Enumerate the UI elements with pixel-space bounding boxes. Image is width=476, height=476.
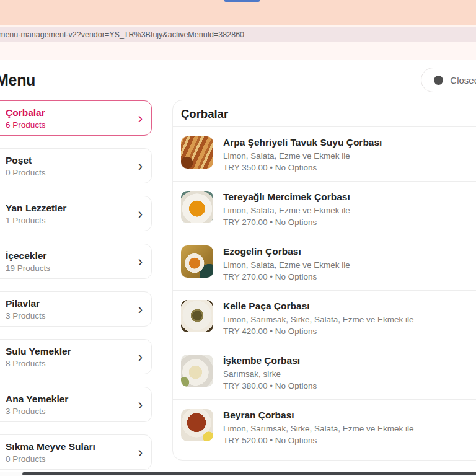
category-card-8[interactable]: Sıkma Meyve Suları 0 Products › (0, 434, 152, 470)
product-description: Limon, Sarımsak, Sirke, Salata, Ezme ve … (223, 424, 414, 433)
store-status-toggle[interactable]: Closed (421, 68, 476, 92)
chevron-right-icon: › (138, 158, 143, 173)
category-product-count: 8 Products (6, 359, 138, 368)
address-bar[interactable]: menu-management-v2?vendor=YS_TR%3Bfujy&a… (0, 27, 476, 42)
category-card-4[interactable]: İçecekler 19 Products › (0, 244, 152, 279)
category-card-5[interactable]: Pilavlar 3 Products › (0, 291, 152, 327)
product-price-line: TRY 350.00 • No Options (223, 163, 382, 172)
browser-top-bar: menu-management-v2?vendor=YS_TR%3Bfujy&a… (0, 0, 476, 60)
product-name: Kelle Paça Çorbası (223, 301, 414, 312)
category-name: Pilavlar (6, 298, 138, 309)
horizontal-scrollbar-track[interactable] (0, 472, 476, 476)
category-name: Yan Lezzetler (6, 202, 138, 214)
tereyagli-mercimek-corbasi-photo (181, 191, 213, 223)
product-row[interactable]: İşkembe Çorbası Sarımsak, sirke TRY 380.… (173, 345, 476, 400)
address-url-text: menu-management-v2?vendor=YS_TR%3Bfujy&a… (0, 30, 244, 39)
category-card-6[interactable]: Sulu Yemekler 8 Products › (0, 339, 152, 374)
chevron-right-icon: › (138, 444, 143, 459)
product-row[interactable]: Beyran Çorbası Limon, Sarımsak, Sirke, S… (173, 400, 476, 454)
category-name: Çorbalar (6, 107, 138, 118)
product-name: İşkembe Çorbası (223, 355, 317, 366)
category-name: Sulu Yemekler (6, 345, 138, 357)
product-description: Limon, Sarımsak, Sirke, Salata, Ezme ve … (223, 315, 414, 324)
product-name: Ezogelin Çorbası (223, 246, 350, 257)
category-product-count: 6 Products (6, 120, 138, 130)
category-card-2[interactable]: Poşet 0 Products › (0, 148, 152, 183)
product-list: Arpa Şehriyeli Tavuk Suyu Çorbası Limon,… (173, 127, 476, 454)
category-name: Poşet (6, 154, 138, 166)
status-label: Closed (450, 75, 476, 86)
app-header: Menu Closed (0, 60, 476, 100)
active-tab-indicator (224, 0, 260, 2)
main-content: Çorbalar 6 Products › Poşet 0 Products ›… (0, 100, 476, 476)
product-name: Arpa Şehriyeli Tavuk Suyu Çorbası (223, 137, 382, 148)
category-name: Ana Yemekler (6, 393, 138, 405)
product-description: Limon, Salata, Ezme ve Ekmek ile (223, 260, 350, 270)
product-row[interactable]: Ezogelin Çorbası Limon, Salata, Ezme ve … (173, 236, 476, 291)
category-product-count: 3 Products (6, 311, 138, 320)
category-product-count: 1 Products (6, 216, 138, 225)
bookmarks-strip (0, 42, 476, 60)
category-product-count: 3 Products (6, 407, 138, 416)
category-card-1[interactable]: Çorbalar 6 Products › (0, 100, 152, 136)
ezogelin-corbasi-photo (181, 245, 213, 278)
product-price-line: TRY 420.00 • No Options (223, 327, 414, 336)
category-product-count: 0 Products (6, 168, 138, 177)
status-dot-icon (434, 76, 443, 85)
category-product-count: 0 Products (6, 454, 138, 464)
product-description: Limon, Salata, Ezme ve Ekmek ile (223, 151, 382, 161)
beyran-corbasi-photo (181, 409, 213, 441)
product-price-line: TRY 520.00 • No Options (223, 436, 414, 445)
products-panel: Çorbalar Arpa Şehriyeli Tavuk Suyu Çorba… (172, 100, 476, 461)
kelle-paca-corbasi-photo (181, 300, 213, 332)
category-sidebar: Çorbalar 6 Products › Poşet 0 Products ›… (0, 100, 162, 476)
product-description: Sarımsak, sirke (223, 369, 317, 379)
iskembe-corbasi-photo (181, 355, 213, 387)
product-row[interactable]: Kelle Paça Çorbası Limon, Sarımsak, Sirk… (173, 291, 476, 345)
chevron-right-icon: › (138, 301, 143, 316)
product-row[interactable]: Arpa Şehriyeli Tavuk Suyu Çorbası Limon,… (173, 127, 476, 182)
product-price-line: TRY 380.00 • No Options (223, 381, 317, 390)
category-name: Sıkma Meyve Suları (6, 441, 138, 452)
category-card-7[interactable]: Ana Yemekler 3 Products › (0, 387, 152, 422)
products-panel-heading: Çorbalar (173, 100, 476, 127)
product-price-line: TRY 270.00 • No Options (223, 272, 350, 281)
category-card-3[interactable]: Yan Lezzetler 1 Products › (0, 196, 152, 231)
page-title: Menu (0, 71, 35, 89)
chevron-right-icon: › (138, 397, 143, 412)
chevron-right-icon: › (138, 349, 143, 364)
horizontal-scrollbar-thumb[interactable] (22, 472, 476, 475)
product-price-line: TRY 270.00 • No Options (223, 218, 350, 227)
product-name: Beyran Çorbası (223, 410, 414, 421)
chevron-right-icon: › (138, 110, 143, 125)
chevron-right-icon: › (138, 253, 143, 268)
category-name: İçecekler (6, 250, 138, 262)
product-name: Tereyağlı Mercimek Çorbası (223, 192, 350, 203)
chevron-right-icon: › (138, 206, 143, 221)
product-row[interactable]: Tereyağlı Mercimek Çorbası Limon, Salata… (173, 182, 476, 236)
arpa-sehriyeli-tavuk-suyu-corbasi-photo (181, 136, 213, 169)
product-description: Limon, Salata, Ezme ve Ekmek ile (223, 206, 350, 215)
category-product-count: 19 Products (6, 263, 138, 273)
